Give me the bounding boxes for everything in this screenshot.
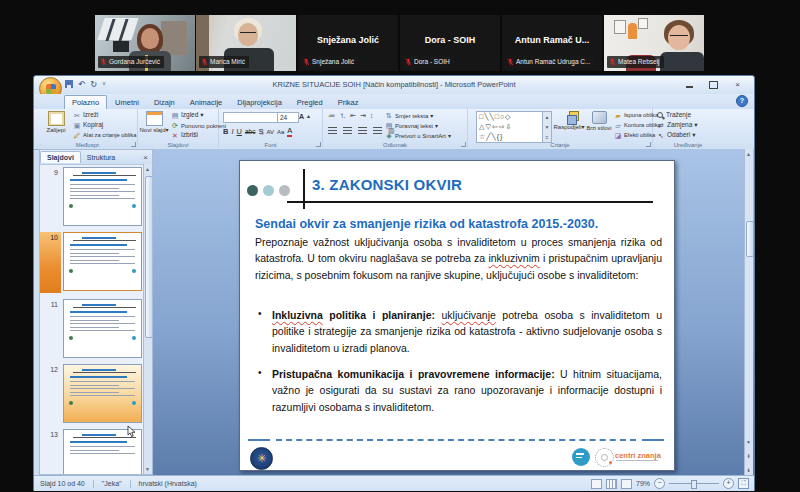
slide-thumbnail-row[interactable]: 12	[40, 364, 144, 425]
minimize-button[interactable]	[683, 79, 696, 90]
qat-dropdown-icon[interactable]: ▾	[102, 80, 106, 88]
normal-view-button[interactable]	[591, 479, 602, 489]
scroll-up-icon[interactable]: ▲	[745, 149, 752, 159]
close-button[interactable]: ×	[731, 79, 744, 90]
bold-button[interactable]: B	[223, 127, 228, 136]
dialog-launcher-icon[interactable]	[646, 142, 651, 147]
change-case-button[interactable]: Aa	[277, 129, 284, 135]
list-buttons[interactable]: ≔ ⒈ ⇤⇥↕	[328, 112, 373, 119]
zoom-slider[interactable]	[669, 483, 719, 484]
slide-edit-area[interactable]: 3. ZAKONSKI OKVIR Sendai okvir za smanje…	[153, 149, 754, 475]
slide-thumbnail[interactable]	[63, 167, 142, 226]
zoom-in-button[interactable]: +	[723, 478, 734, 489]
character-spacing-button[interactable]: AV	[266, 129, 274, 135]
align-text-button[interactable]: ▤Poravnaj tekst▾	[385, 122, 438, 129]
underline-button[interactable]: U	[237, 127, 242, 136]
panel-tab-outline[interactable]: Struktura	[81, 152, 121, 163]
slide-sorter-view-button[interactable]	[606, 479, 617, 489]
shapes-gallery[interactable]: □╲╲□○◇ △▽⇦⇨⇩ ☆╱╲{}	[476, 111, 544, 143]
shape-effects-button[interactable]: ◪Efekti oblika	[614, 132, 655, 139]
fit-to-window-button[interactable]: ⛶	[738, 478, 749, 489]
panel-close-icon[interactable]: ×	[143, 153, 148, 162]
text-direction-button[interactable]: ⇅Smjer teksta▾	[385, 112, 433, 119]
participant-tile-matea[interactable]: Matea Rebselj	[604, 15, 704, 71]
tab-prikaz[interactable]: Prikaz	[331, 96, 366, 109]
scroll-down-icon[interactable]: ▼	[144, 464, 151, 474]
replace-button[interactable]: ⇄Zamjena▾	[657, 122, 698, 129]
slide-title[interactable]: 3. ZAKONSKI OKVIR	[312, 176, 462, 193]
paste-button[interactable]: Zalijepi	[41, 111, 71, 134]
scrollbar-thumb[interactable]	[145, 176, 153, 338]
zoom-out-button[interactable]: −	[654, 478, 665, 489]
scroll-up-icon[interactable]: ▲	[144, 164, 151, 174]
dialog-launcher-icon[interactable]	[461, 142, 466, 147]
slide-canvas[interactable]: 3. ZAKONSKI OKVIR Sendai okvir za smanje…	[239, 160, 675, 471]
title-bar[interactable]: KRIZNE SITUACIJE SOIH [Način kompatibiln…	[34, 76, 754, 94]
shadow-button[interactable]: S	[258, 127, 263, 136]
align-center-icon[interactable]	[343, 127, 352, 128]
convert-smartart-button[interactable]: ◈Pretvori u SmartArt▾	[385, 132, 451, 139]
cut-button[interactable]: ✂Izreži	[73, 112, 99, 119]
font-color-button[interactable]: A	[287, 127, 292, 137]
grow-font-button[interactable]: A▲	[299, 113, 311, 120]
slide-thumbnail-row-selected[interactable]: 10	[40, 232, 144, 293]
copy-button[interactable]: ▣Kopiraj	[73, 122, 103, 129]
tab-animacije[interactable]: Animacije	[183, 96, 230, 109]
format-painter-button[interactable]: 🖉Alat za crtanje oblika	[73, 132, 137, 139]
soih-logo[interactable]: ✳	[250, 447, 273, 470]
scrollbar-thumb[interactable]	[746, 221, 754, 257]
panel-scrollbar[interactable]: ▲ ▼	[143, 164, 152, 474]
justify-icon[interactable]	[373, 127, 382, 128]
participant-tile-antun[interactable]: Antun Ramač U... Antun Ramač Udruga C...	[502, 15, 602, 71]
tab-polazno[interactable]: Polazno	[64, 95, 107, 109]
quick-styles-button[interactable]: Brzi stilovi	[586, 111, 612, 131]
vertical-scrollbar[interactable]: ▲ ▼ ⇞ ⇟	[744, 149, 753, 475]
previous-slide-button[interactable]: ⇞	[745, 451, 752, 461]
italic-button[interactable]: I	[231, 127, 233, 136]
slide-thumbnail-row[interactable]: 9	[40, 167, 144, 228]
slideshow-view-button[interactable]	[621, 479, 632, 489]
slide-thumbnail[interactable]	[63, 232, 142, 291]
undo-icon[interactable]: ↶	[78, 79, 85, 89]
layout-button[interactable]: ▤Izgled▾	[171, 112, 204, 119]
slide-heading[interactable]: Sendai okvir za smanjenje rizika od kata…	[255, 217, 665, 231]
font-size-combo[interactable]: 24	[277, 112, 299, 123]
shapes-gallery-scroll[interactable]: ▲▼≡	[542, 111, 552, 143]
participant-tile-gordana[interactable]: Gordana Jurčević	[95, 15, 195, 71]
select-button[interactable]: ↖Odaberi▾	[657, 132, 695, 139]
participant-tile-dora[interactable]: Dora - SOIH Dora - SOIH	[400, 15, 500, 71]
find-button[interactable]: Traženje	[657, 112, 691, 119]
slide-bullet-2[interactable]: Pristupačna komunikacija i pravovremene …	[272, 366, 662, 415]
save-icon[interactable]	[65, 80, 73, 88]
help-button[interactable]: ?	[736, 95, 748, 107]
centri-znanja-logo-icon[interactable]	[595, 448, 614, 467]
panel-tab-slides[interactable]: Slajdovi	[40, 151, 81, 163]
next-slide-button[interactable]: ⇟	[745, 465, 752, 475]
strikethrough-button[interactable]: abc	[245, 128, 255, 135]
slide-thumbnail[interactable]	[63, 299, 142, 358]
slide-bullet-1[interactable]: Inkluzivna politika i planiranje: ukljuć…	[272, 307, 662, 356]
align-right-icon[interactable]	[358, 127, 367, 128]
restore-button[interactable]	[707, 79, 720, 90]
slide-thumbnail[interactable]	[63, 364, 142, 423]
zoom-slider-thumb[interactable]	[691, 480, 697, 489]
font-name-combo[interactable]	[223, 112, 279, 123]
reset-button[interactable]: ⟳Ponovno pokreni	[171, 122, 226, 129]
new-slide-button[interactable]: Novi slajd▾	[139, 111, 169, 134]
tab-umetni[interactable]: Umetni	[108, 96, 146, 109]
dialog-launcher-icon[interactable]	[316, 142, 321, 147]
scroll-down-icon[interactable]: ▼	[745, 437, 752, 447]
tab-pregled[interactable]: Pregled	[290, 96, 330, 109]
participant-tile-snjezana[interactable]: Snježana Jolić Snježana Jolić	[298, 15, 398, 71]
tab-dijaprojekcija[interactable]: Dijaprojekcija	[230, 96, 289, 109]
slide-thumbnail-row[interactable]: 11	[40, 299, 144, 360]
partner-logo-blue[interactable]	[572, 448, 590, 466]
dialog-launcher-icon[interactable]	[131, 142, 136, 147]
redo-icon[interactable]: ↻	[90, 79, 97, 89]
arrange-button[interactable]: Raspodjeli▾	[553, 111, 585, 131]
shape-fill-button[interactable]: ▰Ispuna oblika	[614, 112, 658, 119]
delete-slide-button[interactable]: ✕Izbriši	[171, 132, 198, 139]
align-left-icon[interactable]	[328, 127, 337, 128]
participant-tile-marica-active-speaker[interactable]: Marica Mirić	[196, 15, 296, 71]
language-indicator[interactable]: hrvatski (Hrvatska)	[139, 480, 197, 487]
